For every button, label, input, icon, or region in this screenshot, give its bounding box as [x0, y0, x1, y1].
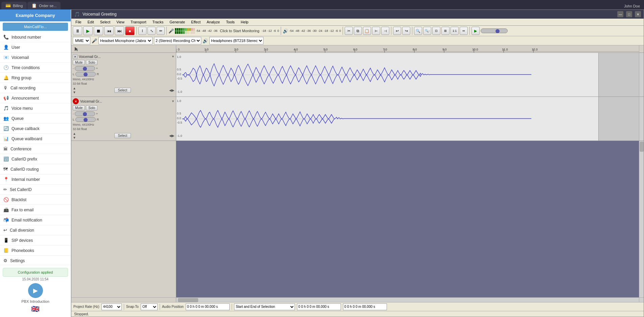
silence-button[interactable]: ⊣: [381, 27, 389, 35]
sidebar-item-announcement[interactable]: 📢 Announcement: [0, 93, 71, 103]
stop-button[interactable]: ⏹: [94, 26, 103, 35]
audio-position-input[interactable]: [186, 303, 230, 310]
zoom-fit-button[interactable]: ⊡: [432, 27, 440, 35]
sidebar-item-voice-menu[interactable]: 🎵 Voice menu: [0, 103, 71, 113]
undo-button[interactable]: ↩: [393, 27, 401, 35]
close-window-button[interactable]: ✕: [635, 11, 641, 17]
selection-end-input[interactable]: [343, 303, 387, 310]
track2-gain-slider[interactable]: [75, 111, 95, 116]
svg-text:6.0: 6.0: [353, 48, 358, 51]
track1-gain-slider[interactable]: [75, 66, 95, 71]
sidebar-item-sip-devices[interactable]: 📱 SIP devices: [0, 235, 71, 246]
record-button[interactable]: ●: [125, 26, 135, 35]
track2-pan-slider[interactable]: [75, 117, 96, 122]
trim-button[interactable]: ⊢: [372, 27, 380, 35]
snap-to-select[interactable]: Off: [141, 303, 158, 310]
sidebar-item-fax[interactable]: 📠 Fax to email: [0, 205, 71, 215]
sidebar-item-callerid-prefix[interactable]: 🔢 CallerID prefix: [0, 154, 71, 164]
sidebar-item-internal-number[interactable]: 📍 Internal number: [0, 174, 71, 185]
track1-dropdown-icon[interactable]: ▼: [171, 55, 175, 58]
copy-button[interactable]: ⧉: [354, 27, 362, 35]
order-tab[interactable]: 📋 Order se...: [27, 2, 61, 9]
skip-end-button[interactable]: ⏭: [115, 26, 124, 35]
volume-slider[interactable]: [481, 28, 508, 33]
sidebar-item-ring-group[interactable]: 🔔 Ring group: [0, 73, 71, 83]
cut-button[interactable]: ✂: [345, 27, 353, 35]
sidebar-item-queue-callback[interactable]: 🔄 Queue callback: [0, 124, 71, 134]
track-ctrl-1: ✕ Voicemail Gr... ▼ Mute Solo -: [71, 53, 176, 97]
vscrollbar-mid[interactable]: [639, 53, 644, 97]
menu-generate[interactable]: Generate: [167, 19, 188, 25]
project-rate-select[interactable]: 44100: [101, 303, 122, 310]
pause-button[interactable]: ⏸: [73, 26, 82, 35]
pbx-play-button[interactable]: ▶: [28, 283, 43, 298]
billing-tab[interactable]: 💳 Billing: [1, 2, 27, 9]
redo-button[interactable]: ↪: [402, 27, 410, 35]
output-device-select[interactable]: Headphones (BT218 Stereo): [209, 37, 263, 44]
sidebar-item-time-conditions[interactable]: 🕐 Time conditions: [0, 63, 71, 73]
envelope-tool[interactable]: ⤡: [147, 27, 156, 35]
hscrollbar[interactable]: [71, 297, 644, 302]
track2-solo-button[interactable]: Solo: [86, 105, 97, 110]
vscrollbar-track2[interactable]: [639, 97, 644, 141]
track1-mute-button[interactable]: Mute: [73, 60, 85, 65]
selection-start-input[interactable]: [297, 303, 341, 310]
select-tool[interactable]: I: [138, 27, 146, 35]
sidebar-item-queue-wallboard[interactable]: 📊 Queue wallboard: [0, 134, 71, 144]
minimize-button[interactable]: —: [617, 11, 623, 17]
zoom-sel-button[interactable]: ⊞: [441, 27, 450, 35]
input-device-select[interactable]: Headset Microphone (Jabra EVOLV: [98, 37, 153, 44]
menu-edit[interactable]: Edit: [85, 19, 97, 25]
track-header-spacer: [71, 45, 176, 53]
maximize-button[interactable]: □: [626, 11, 632, 17]
sidebar-item-call-recording[interactable]: 🎙 Call recording: [0, 83, 71, 93]
draw-tool[interactable]: ✏: [157, 27, 165, 35]
zoom-out-button[interactable]: 🔍-: [423, 27, 431, 35]
menu-tools[interactable]: Tools: [223, 19, 237, 25]
track2-close-button[interactable]: ✕: [73, 98, 79, 104]
menu-select[interactable]: Select: [97, 19, 113, 25]
sidebar-item-user[interactable]: 👤 User: [0, 42, 71, 52]
sidebar-item-inbound-number[interactable]: 📞 Inbound number: [0, 32, 71, 42]
sidebar-item-set-callerid[interactable]: ✏ Set CallerID: [0, 185, 71, 195]
menu-view[interactable]: View: [114, 19, 127, 25]
channels-select[interactable]: 2 (Stereo) Recording Cha...: [154, 37, 201, 44]
sidebar-item-settings[interactable]: ⚙ Settings: [0, 256, 71, 265]
skip-start-button[interactable]: ⏮: [104, 26, 114, 35]
vscrollbar-empty[interactable]: [639, 141, 644, 297]
sidebar-item-conference[interactable]: 🏛 Conference: [0, 144, 71, 154]
audio-host-select[interactable]: MME: [73, 37, 90, 44]
track2-select-button[interactable]: Select: [114, 133, 131, 138]
menu-effect[interactable]: Effect: [188, 19, 203, 25]
zoom-normal-button[interactable]: 1:1: [451, 27, 459, 35]
main-flow-button[interactable]: MainCallFlo...: [3, 23, 68, 31]
selection-mode-select[interactable]: Start and End of Selection: [234, 303, 295, 310]
paste-button[interactable]: 📋: [363, 27, 371, 35]
sidebar-item-queue[interactable]: 👥 Queue: [0, 113, 71, 124]
track1-select-button[interactable]: Select: [114, 88, 131, 93]
menu-help[interactable]: Help: [238, 19, 251, 25]
menu-transport[interactable]: Transport: [128, 19, 149, 25]
track1-pan-slider[interactable]: [75, 72, 96, 77]
menu-file[interactable]: File: [73, 19, 84, 25]
sidebar-item-email[interactable]: 📬 Email notification: [0, 215, 71, 225]
play-button[interactable]: ▶: [83, 26, 93, 35]
zoom-toggle-button[interactable]: ⇔: [460, 27, 468, 35]
track2-dropdown-icon[interactable]: ▼: [171, 100, 175, 103]
track2-mute-button[interactable]: Mute: [73, 105, 85, 110]
monitoring-text[interactable]: Click to Start Monitoring: [218, 29, 261, 33]
sidebar-item-call-diversion[interactable]: ↩ Call diversion: [0, 225, 71, 235]
zoom-in-button[interactable]: 🔍: [414, 27, 422, 35]
sidebar-item-blacklist[interactable]: 🚫 Blacklist: [0, 195, 71, 205]
sidebar-item-voicemail[interactable]: 📧 Voicemail: [0, 52, 71, 63]
menu-tracks[interactable]: Tracks: [150, 19, 166, 25]
track1-close-button[interactable]: ✕: [73, 54, 77, 59]
track1-waveform[interactable]: 1.0 0.5 0.0 -0.5 -1.0: [176, 53, 598, 97]
menu-analyze[interactable]: Analyze: [204, 19, 223, 25]
sidebar-item-phonebooks[interactable]: 📒 Phonebooks: [0, 246, 71, 256]
play2-button[interactable]: ▶: [472, 27, 480, 35]
track2-waveform[interactable]: 1.0 0.5 0.0 -0.5 -1.0: [176, 97, 598, 141]
sidebar-item-callerid-routing[interactable]: 🗺 CallerID routing: [0, 164, 71, 174]
track1-solo-button[interactable]: Solo: [86, 60, 97, 65]
language-flag[interactable]: 🇬🇧: [3, 303, 68, 314]
